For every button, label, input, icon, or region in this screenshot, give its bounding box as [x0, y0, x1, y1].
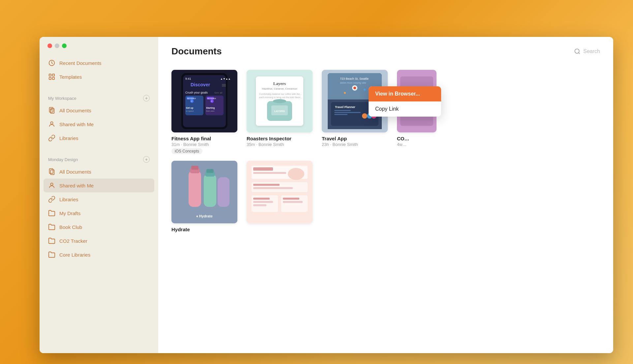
svg-rect-63	[334, 110, 351, 111]
svg-text:723 Beach St, Seattle: 723 Beach St, Seattle	[340, 77, 369, 80]
svg-point-47	[273, 99, 286, 103]
svg-point-13	[575, 49, 579, 53]
svg-text:Starting: Starting	[206, 107, 215, 109]
svg-text:+: +	[211, 100, 212, 102]
context-menu-copy-link[interactable]: Copy Link	[369, 101, 441, 117]
folder-icon-drafts	[48, 210, 55, 217]
svg-rect-90	[253, 198, 270, 200]
svg-point-55	[353, 87, 356, 89]
main-content: Documents Search	[158, 37, 613, 353]
svg-text:BEGINNER: BEGINNER	[187, 98, 196, 99]
doc-title-fitness: Fitness App final	[171, 136, 237, 141]
svg-rect-65	[334, 114, 347, 115]
doc-info-fitness: Fitness App final 31m · Bonnie Smith iOS…	[171, 136, 237, 154]
doc-meta-travel: 23h · Bonnie Smith	[322, 142, 388, 147]
person-icon	[48, 121, 55, 128]
svg-rect-86	[253, 184, 280, 186]
svg-rect-91	[253, 201, 273, 203]
doc-info-travel: Travel App 23h · Bonnie Smith	[322, 136, 388, 147]
svg-text:Crush your goals: Crush your goals	[185, 91, 208, 94]
sidebar-item-my-drafts[interactable]: My Drafts	[44, 206, 154, 220]
monday-design-nav: All Documents Shared with Me Libraries	[40, 165, 158, 262]
link-icon	[48, 134, 55, 142]
add-workspace-button[interactable]: +	[143, 95, 150, 101]
section-header-my-workspace: My Workspace +	[40, 89, 158, 103]
doc-thumbnail-fitness: 9:41 ▲▼▲▲ Discover Crush your goals See …	[171, 70, 237, 132]
doc-card-roasters[interactable]: Layers Hazelnut, Caramel, Cinnamon Comfo…	[247, 70, 313, 154]
svg-rect-92	[253, 204, 266, 206]
search-area[interactable]: Search	[574, 48, 600, 55]
section-label-monday-design: Monday Design	[48, 157, 78, 162]
add-monday-design-button[interactable]: +	[143, 156, 150, 163]
doc-card-fitness[interactable]: 9:41 ▲▼▲▲ Discover Crush your goals See …	[171, 70, 237, 154]
svg-text:Get up: Get up	[186, 107, 193, 109]
roasters-thumbnail-svg: Layers Hazelnut, Caramel, Cinnamon Comfo…	[247, 70, 313, 132]
doc-thumbnail-ux	[247, 161, 313, 223]
svg-rect-64	[334, 112, 361, 113]
svg-rect-93	[283, 198, 299, 200]
doc-card-ux[interactable]	[247, 161, 313, 232]
ux-thumbnail-svg	[247, 161, 313, 223]
doc-title-travel: Travel App	[322, 136, 388, 141]
svg-rect-1	[49, 74, 51, 76]
search-label[interactable]: Search	[583, 48, 600, 54]
doc-title-hydrate: Hydrate	[171, 227, 237, 232]
svg-rect-2	[52, 74, 54, 76]
grid-icon	[48, 73, 55, 80]
context-menu-view-browser[interactable]: View in Browser...	[369, 86, 441, 101]
svg-text:See all: See all	[214, 91, 223, 94]
folder-icon-book-club	[48, 223, 55, 231]
svg-rect-75	[204, 174, 216, 207]
svg-text:▲▼▲▲: ▲▼▲▲	[220, 77, 231, 80]
svg-line-14	[579, 53, 580, 54]
close-button[interactable]	[47, 43, 52, 48]
doc-thumbnail-hydrate: ♦ Hydrate	[171, 161, 237, 223]
svg-point-58	[344, 92, 346, 94]
svg-rect-82	[253, 167, 273, 171]
svg-text:♦ Hydrate: ♦ Hydrate	[196, 214, 213, 218]
my-workspace-nav: All Documents Shared with Me Libraries	[40, 103, 158, 145]
minimize-button[interactable]	[55, 43, 59, 48]
svg-point-12	[50, 183, 53, 185]
svg-rect-3	[49, 77, 51, 79]
doc-meta-roasters: 35m · Bonnie Smith	[247, 142, 313, 147]
sidebar-label-shared-with-me-ws: Shared with Me	[59, 122, 94, 127]
sidebar-item-co2-tracker[interactable]: CO2 Tracker	[44, 234, 154, 248]
documents-row2: ♦ Hydrate Hydrate	[158, 161, 613, 239]
sidebar-label-recent-documents: Recent Documents	[59, 60, 102, 66]
sidebar-label-shared-with-me-md: Shared with Me	[59, 183, 94, 188]
svg-rect-94	[283, 201, 303, 203]
svg-point-9	[50, 122, 53, 124]
svg-text:from zero: from zero	[206, 110, 215, 112]
sidebar-item-core-libraries[interactable]: Core Libraries	[44, 248, 154, 262]
svg-rect-83	[253, 172, 286, 174]
doc-card-hydrate[interactable]: ♦ Hydrate Hydrate	[171, 161, 237, 232]
sidebar-item-shared-with-me-md[interactable]: Shared with Me	[44, 179, 154, 192]
doc-info-partial: CO… 4w…	[397, 136, 437, 147]
sidebar-item-templates[interactable]: Templates	[44, 70, 154, 84]
app-window: Recent Documents Templates My Workspace …	[40, 37, 613, 353]
sidebar-item-libraries-md[interactable]: Libraries	[44, 192, 154, 206]
sidebar-item-book-club[interactable]: Book Club	[44, 220, 154, 234]
svg-text:Hazelnut, Caramel, Cinnamon: Hazelnut, Caramel, Cinnamon	[262, 87, 297, 90]
svg-text:LAYERS: LAYERS	[274, 110, 285, 113]
search-icon	[574, 48, 581, 55]
context-menu: View in Browser... Copy Link	[369, 86, 441, 117]
sidebar-item-libraries-ws[interactable]: Libraries	[44, 131, 154, 145]
sidebar-label-my-drafts: My Drafts	[59, 210, 80, 216]
sidebar-item-all-documents-md[interactable]: All Documents	[44, 165, 154, 179]
sidebar-item-shared-with-me-ws[interactable]: Shared with Me	[44, 117, 154, 131]
svg-text:300m from nearby site: 300m from nearby site	[340, 81, 366, 84]
sidebar-item-all-documents-ws[interactable]: All Documents	[44, 103, 154, 117]
doc-title-roasters: Roasters Inspector	[247, 136, 313, 141]
page-title: Documents	[171, 46, 222, 57]
svg-rect-10	[49, 169, 53, 174]
svg-rect-72	[189, 171, 201, 207]
sidebar-label-libraries-md: Libraries	[59, 197, 78, 202]
svg-point-84	[288, 168, 304, 180]
section-label-my-workspace: My Workspace	[48, 96, 76, 101]
fullscreen-button[interactable]	[62, 43, 67, 48]
sidebar-item-recent-documents[interactable]: Recent Documents	[44, 56, 154, 70]
svg-rect-87	[253, 187, 293, 189]
main-header: Documents Search	[158, 37, 613, 63]
